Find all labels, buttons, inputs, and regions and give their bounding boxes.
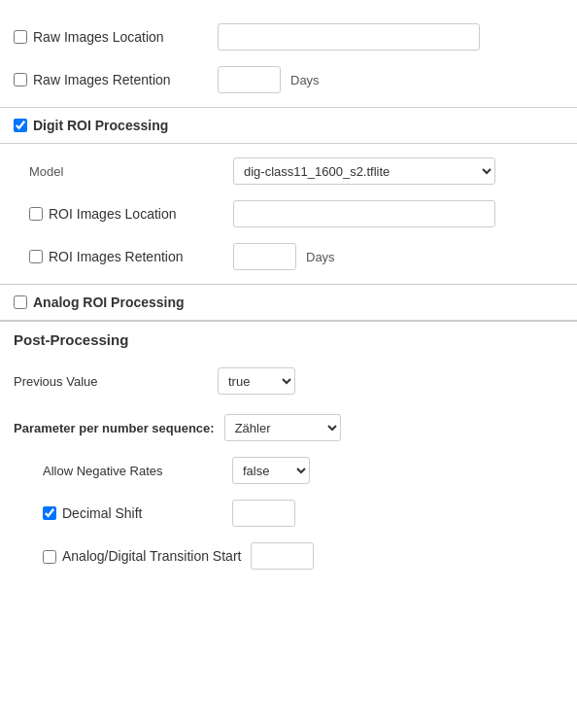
raw-images-location-label[interactable]: Raw Images Location <box>14 29 208 45</box>
analog-digital-transition-start-input[interactable]: 9,2 <box>251 542 314 570</box>
raw-images-retention-input[interactable]: 15 <box>218 66 281 93</box>
raw-images-retention-checkbox[interactable] <box>14 73 27 87</box>
digit-roi-processing-checkbox[interactable] <box>14 119 27 132</box>
model-select[interactable]: dig-class11_1600_s2.tflite <box>233 157 495 185</box>
roi-images-retention-checkbox[interactable] <box>29 250 43 263</box>
analog-digital-transition-start-checkbox[interactable] <box>43 550 56 564</box>
post-processing-content: Previous Value true false Parameter per … <box>0 354 577 583</box>
raw-images-location-container: Raw Images Location /log/source <box>14 16 563 58</box>
digit-roi-processing-content: Model dig-class11_1600_s2.tflite ROI Ima… <box>0 144 577 284</box>
roi-images-retention-label[interactable]: ROI Images Retention <box>29 249 223 264</box>
digit-roi-processing-text: Digit ROI Processing <box>33 118 168 133</box>
analog-digital-transition-start-row: Analog/Digital Transition Start 9,2 <box>14 535 563 577</box>
decimal-shift-label[interactable]: Decimal Shift <box>43 505 222 521</box>
previous-value-label: Previous Value <box>14 374 208 389</box>
roi-images-location-label[interactable]: ROI Images Location <box>29 206 223 222</box>
analog-roi-processing-header: Analog ROI Processing <box>0 284 577 321</box>
allow-negative-rates-label: Allow Negative Rates <box>43 464 222 478</box>
model-row: Model dig-class11_1600_s2.tflite <box>29 150 563 192</box>
raw-images-retention-days: Days <box>290 73 320 87</box>
analog-roi-processing-text: Analog ROI Processing <box>33 295 185 310</box>
parameter-per-number-sequence-select[interactable]: Zähler Option2 <box>224 414 341 441</box>
previous-value-select[interactable]: true false <box>218 367 295 395</box>
raw-images-retention-container: Raw Images Retention 15 Days <box>14 58 563 101</box>
analog-digital-transition-start-label[interactable]: Analog/Digital Transition Start <box>43 547 241 565</box>
roi-images-retention-days: Days <box>306 250 335 264</box>
decimal-shift-text: Decimal Shift <box>62 505 142 521</box>
roi-images-location-checkbox[interactable] <box>29 207 43 221</box>
analog-digital-transition-start-text: Analog/Digital Transition Start <box>62 547 241 565</box>
post-processing-header: Post-Processing <box>0 321 577 354</box>
raw-images-location-row: Raw Images Location /log/source Raw Imag… <box>0 10 577 107</box>
model-label: Model <box>29 164 223 179</box>
raw-images-location-text: Raw Images Location <box>33 29 164 45</box>
raw-images-location-checkbox[interactable] <box>14 30 27 44</box>
previous-value-row: Previous Value true false <box>14 360 563 402</box>
roi-images-retention-text: ROI Images Retention <box>49 249 184 264</box>
digit-roi-processing-header: Digit ROI Processing <box>0 107 577 144</box>
decimal-shift-row: Decimal Shift 3 <box>14 492 563 535</box>
digit-roi-processing-label[interactable]: Digit ROI Processing <box>14 118 168 133</box>
decimal-shift-checkbox[interactable] <box>43 506 56 520</box>
analog-roi-processing-checkbox[interactable] <box>14 295 27 309</box>
allow-negative-rates-row: Allow Negative Rates false true <box>14 449 563 492</box>
decimal-shift-input[interactable]: 3 <box>232 500 295 527</box>
roi-images-location-text: ROI Images Location <box>49 206 177 222</box>
allow-negative-rates-select[interactable]: false true <box>232 457 310 484</box>
roi-images-location-input[interactable]: /log/digit <box>233 200 495 227</box>
roi-images-retention-container: ROI Images Retention 3 Days <box>29 235 563 278</box>
post-processing-title: Post-Processing <box>14 331 128 348</box>
raw-images-retention-label[interactable]: Raw Images Retention <box>14 72 208 87</box>
roi-images-retention-input[interactable]: 3 <box>233 243 296 270</box>
parameter-per-number-sequence-label: Parameter per number sequence: <box>14 421 215 435</box>
raw-images-retention-text: Raw Images Retention <box>33 72 171 87</box>
roi-images-location-container: ROI Images Location /log/digit <box>29 192 563 235</box>
parameter-per-number-sequence-row: Parameter per number sequence: Zähler Op… <box>14 406 563 449</box>
analog-roi-processing-label[interactable]: Analog ROI Processing <box>14 295 185 310</box>
raw-images-location-input[interactable]: /log/source <box>218 23 480 51</box>
